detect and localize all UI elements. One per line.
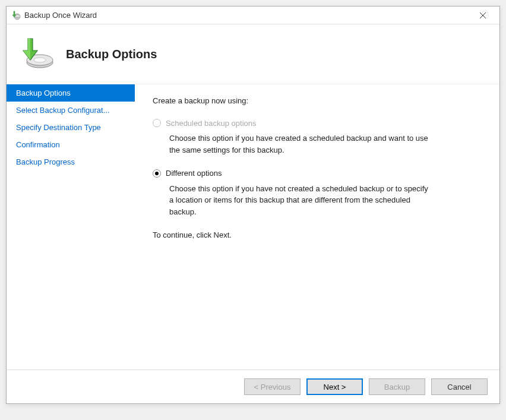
continue-text: To continue, click Next. xyxy=(153,229,482,241)
sidebar-item-label: Specify Destination Type xyxy=(16,123,101,132)
page-title: Backup Options xyxy=(66,48,157,61)
option-scheduled-label: Scheduled backup options xyxy=(166,118,257,130)
cancel-button[interactable]: Cancel xyxy=(431,378,488,395)
sidebar-item-label: Backup Progress xyxy=(16,157,75,166)
next-button[interactable]: Next > xyxy=(306,378,363,395)
wizard-footer: < Previous Next > Backup Cancel xyxy=(7,370,499,403)
titlebar: Backup Once Wizard xyxy=(7,7,499,24)
option-scheduled: Scheduled backup options Choose this opt… xyxy=(153,118,482,156)
sidebar-item-specify-destination[interactable]: Specify Destination Type xyxy=(7,119,135,136)
close-icon xyxy=(479,12,486,19)
sidebar-item-backup-progress[interactable]: Backup Progress xyxy=(7,153,135,170)
wizard-sidebar: Backup Options Select Backup Configurat.… xyxy=(7,84,135,370)
option-different-desc: Choose this option if you have not creat… xyxy=(169,183,431,218)
wizard-body: Backup Options Select Backup Configurat.… xyxy=(7,84,499,370)
option-scheduled-desc: Choose this option if you have created a… xyxy=(169,132,431,156)
backup-button: Backup xyxy=(369,378,425,395)
wizard-header-icon xyxy=(18,36,54,72)
option-different: Different options Choose this option if … xyxy=(153,168,482,217)
app-icon xyxy=(11,11,21,20)
sidebar-item-label: Select Backup Configurat... xyxy=(16,106,110,115)
radio-scheduled xyxy=(153,119,161,127)
sidebar-item-select-backup-config[interactable]: Select Backup Configurat... xyxy=(7,102,135,119)
option-different-row[interactable]: Different options xyxy=(153,168,482,179)
wizard-header: Backup Options xyxy=(7,24,499,84)
previous-button: < Previous xyxy=(244,378,301,395)
sidebar-item-backup-options[interactable]: Backup Options xyxy=(7,84,135,102)
option-scheduled-row: Scheduled backup options xyxy=(153,118,482,130)
radio-different[interactable] xyxy=(153,169,161,178)
window-title: Backup Once Wizard xyxy=(24,11,471,20)
sidebar-item-label: Confirmation xyxy=(16,140,60,149)
close-button[interactable] xyxy=(471,7,495,24)
sidebar-item-confirmation[interactable]: Confirmation xyxy=(7,136,135,153)
wizard-content: Create a backup now using: Scheduled bac… xyxy=(135,84,499,370)
sidebar-item-label: Backup Options xyxy=(16,89,71,97)
content-lead: Create a backup now using: xyxy=(153,95,482,107)
svg-point-6 xyxy=(34,58,46,62)
wizard-window: Backup Once Wizard Backup Options Backup… xyxy=(6,6,500,404)
option-different-label: Different options xyxy=(166,168,222,179)
